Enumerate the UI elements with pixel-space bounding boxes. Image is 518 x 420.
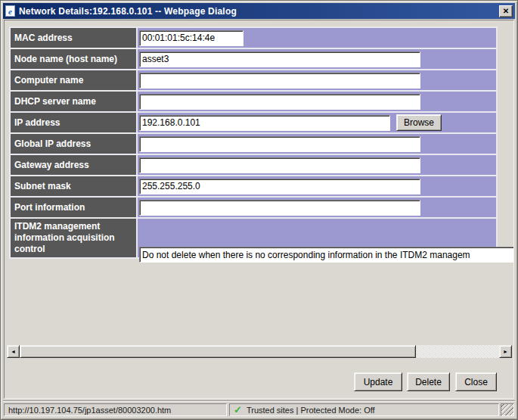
table-row: Computer name [11,70,496,90]
computer-name-field[interactable] [139,73,420,89]
status-zone-pane: ✓ Trusted sites | Protected Mode: Off [229,403,499,416]
table-row: IP address Browse [11,113,496,132]
dhcp-server-name-field[interactable] [139,94,420,110]
table-row: Gateway address [11,155,496,175]
status-zone-text: Trusted sites | Protected Mode: Off [247,406,375,415]
table-row: DHCP server name [11,92,496,111]
itdm2-control-field[interactable] [139,247,514,263]
horizontal-scrollbar[interactable]: ◄ ► [7,345,512,358]
update-button[interactable]: Update [354,372,402,391]
close-button[interactable]: Close [455,372,497,391]
window-title: Network Details:192.168.0.101 -- Webpage… [19,6,499,17]
table-row: Node name (host name) [11,49,496,69]
ip-address-field[interactable] [139,115,390,131]
row-label-mac-address: MAC address [11,28,136,48]
row-label-dhcp-server-name: DHCP server name [11,92,136,111]
row-label-port-information: Port information [11,198,136,217]
status-url-pane: http://10.197.104.75/jp1asset/80003200.h… [4,403,227,416]
table-row: MAC address [11,28,496,48]
mac-address-field[interactable] [139,30,243,46]
status-bar: http://10.197.104.75/jp1asset/80003200.h… [3,400,515,417]
scroll-left-icon[interactable]: ◄ [7,345,20,358]
title-bar[interactable]: e Network Details:192.168.0.101 -- Webpa… [3,3,515,19]
subnet-mask-field[interactable] [139,179,420,194]
row-label-computer-name: Computer name [11,70,136,90]
table-row: Subnet mask [11,176,496,196]
dialog-content-area: MAC address Node name (host name) Comput… [4,20,514,399]
scroll-right-icon[interactable]: ► [499,345,512,358]
row-label-subnet-mask: Subnet mask [11,176,136,196]
webpage-dialog-window: e Network Details:192.168.0.101 -- Webpa… [0,0,518,420]
node-name-field[interactable] [139,51,420,67]
row-label-node-name: Node name (host name) [11,49,136,69]
row-label-ip-address: IP address [11,113,136,132]
row-label-gateway-address: Gateway address [11,155,136,175]
global-ip-address-field[interactable] [139,136,420,152]
status-url: http://10.197.104.75/jp1asset/80003200.h… [8,406,171,415]
resize-grip[interactable] [501,403,514,416]
table-row: Global IP address [11,134,496,154]
scrollbar-thumb[interactable] [20,345,416,358]
row-label-global-ip-address: Global IP address [11,134,136,154]
close-icon[interactable]: ✕ [499,5,513,17]
gateway-address-field[interactable] [139,157,420,173]
browse-button[interactable]: Browse [396,114,442,131]
table-row: Port information [11,198,496,217]
network-details-table: MAC address Node name (host name) Comput… [9,26,498,259]
delete-button[interactable]: Delete [407,372,450,391]
row-label-itdm2-control: ITDM2 management information acquisition… [11,219,136,257]
trusted-check-icon: ✓ [234,404,242,415]
port-information-field[interactable] [139,200,420,216]
ie-page-icon: e [5,5,15,17]
